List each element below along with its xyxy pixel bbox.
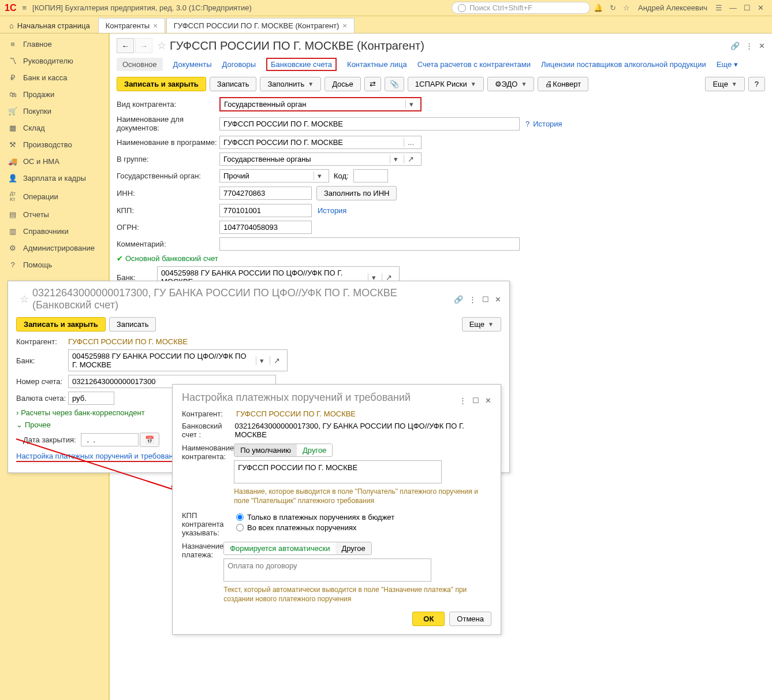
sidebar-item-assets[interactable]: 🚚ОС и НМА bbox=[0, 153, 109, 170]
sidebar-item-refs[interactable]: ▥Справочники bbox=[0, 223, 109, 240]
sidebar-item-bank[interactable]: ₽Банк и касса bbox=[0, 69, 109, 86]
currency-input[interactable] bbox=[68, 392, 114, 405]
kebab-icon[interactable]: ⋮ bbox=[469, 295, 476, 304]
chevron-down-icon[interactable]: ▾ bbox=[390, 155, 401, 163]
sidebar-item-help[interactable]: ?Помощь bbox=[0, 256, 109, 273]
save-close-button[interactable]: Записать и закрыть bbox=[117, 77, 206, 91]
sidebar-item-manager[interactable]: 〽Руководителю bbox=[0, 53, 109, 69]
gov-select[interactable]: Прочий▾ bbox=[219, 169, 329, 183]
sidebar-item-purchases[interactable]: 🛒Покупки bbox=[0, 103, 109, 120]
tab-home[interactable]: ⌂Начальная страница bbox=[2, 18, 97, 33]
favorite-star-icon[interactable]: ☆ bbox=[157, 39, 166, 52]
fill-inn-button[interactable]: Заполнить по ИНН bbox=[316, 186, 397, 200]
type-select[interactable]: Государственный орган▾ bbox=[219, 97, 422, 111]
cancel-button[interactable]: Отмена bbox=[449, 612, 491, 626]
sidebar-item-sales[interactable]: 🛍Продажи bbox=[0, 86, 109, 103]
envelope-button[interactable]: 🖨 Конверт bbox=[538, 77, 588, 91]
open-icon[interactable]: ↗ bbox=[270, 356, 284, 365]
sidebar-item-salary[interactable]: 👤Зарплата и кадры bbox=[0, 170, 109, 187]
sidebar-item-operations[interactable]: ДтКтОперации bbox=[0, 187, 109, 206]
save-close-button[interactable]: Записать и закрыть bbox=[16, 317, 106, 332]
sidebar-item-reports[interactable]: ▤Отчеты bbox=[0, 206, 109, 223]
history-icon[interactable]: ↻ bbox=[610, 3, 616, 12]
kpp-radio-all[interactable] bbox=[236, 524, 244, 531]
nav-documents[interactable]: Документы bbox=[173, 60, 212, 69]
chevron-down-icon[interactable]: ▾ bbox=[256, 356, 267, 365]
more-button[interactable]: Еще▼ bbox=[462, 317, 501, 332]
nav-main[interactable]: Основное bbox=[117, 58, 163, 71]
edo-button[interactable]: ⚙ ЭДО▼ bbox=[487, 77, 535, 91]
favorite-star-icon[interactable]: ☆ bbox=[20, 293, 29, 306]
forward-button[interactable]: → bbox=[135, 38, 152, 53]
progname-input[interactable]: ГУФССП РОССИИ ПО Г. МОСКВЕ... bbox=[219, 136, 422, 149]
sidebar-item-warehouse[interactable]: ▦Склад bbox=[0, 120, 109, 136]
sidebar-item-main[interactable]: ≡Главное bbox=[0, 36, 109, 53]
expand-icon[interactable]: ... bbox=[404, 138, 417, 147]
close-icon[interactable]: ✕ bbox=[495, 295, 501, 304]
user-name[interactable]: Андрей Алексеевич bbox=[638, 3, 707, 12]
purpose-other-option[interactable]: Другое bbox=[335, 542, 371, 554]
ogrn-input[interactable] bbox=[219, 221, 312, 234]
closedate-input[interactable] bbox=[81, 433, 139, 446]
code-input[interactable] bbox=[353, 169, 388, 183]
history-link[interactable]: История bbox=[533, 120, 562, 128]
calendar-button[interactable]: 📅 bbox=[140, 433, 159, 447]
nav-licenses[interactable]: Лицензии поставщиков алкогольной продукц… bbox=[541, 60, 706, 69]
sidebar-item-admin[interactable]: ⚙Администрирование bbox=[0, 240, 109, 256]
maximize-icon[interactable]: ☐ bbox=[482, 295, 489, 304]
link-icon[interactable]: 🔗 bbox=[730, 42, 740, 50]
inn-input[interactable] bbox=[219, 187, 312, 200]
attach-icon-button[interactable]: 📎 bbox=[385, 77, 404, 91]
maximize-icon[interactable]: ☐ bbox=[744, 3, 751, 12]
tab-contractors[interactable]: Контрагенты× bbox=[98, 18, 165, 33]
save-button[interactable]: Записать bbox=[109, 317, 156, 332]
bank-select[interactable]: 004525988 ГУ БАНКА РОССИИ ПО ЦФО//УФК ПО… bbox=[68, 349, 288, 371]
open-icon[interactable]: ↗ bbox=[404, 155, 417, 163]
nav-contacts[interactable]: Контактные лица bbox=[347, 60, 407, 69]
comment-input[interactable] bbox=[219, 237, 520, 251]
kpp-input[interactable] bbox=[219, 204, 312, 217]
help-icon[interactable]: ? bbox=[525, 120, 529, 128]
fill-button[interactable]: Заполнить▼ bbox=[260, 77, 321, 91]
docname-input[interactable] bbox=[219, 117, 520, 131]
bell-icon[interactable]: 🔔 bbox=[594, 3, 603, 12]
kpp-radio-budget[interactable] bbox=[236, 513, 244, 521]
purpose-auto-option[interactable]: Формируется автоматически bbox=[224, 542, 335, 554]
spark-button[interactable]: 1СПАРК Риски▼ bbox=[408, 77, 484, 91]
nav-more[interactable]: Еще ▾ bbox=[717, 60, 738, 69]
name-default-option[interactable]: По умолчанию bbox=[234, 444, 297, 456]
minimize-icon[interactable]: — bbox=[729, 3, 737, 12]
dossier-button[interactable]: Досье bbox=[325, 77, 361, 91]
tab-close-icon[interactable]: × bbox=[153, 21, 158, 30]
star-icon[interactable]: ☆ bbox=[623, 3, 630, 12]
payment-settings-link[interactable]: Настройка платежных поручений и требован… bbox=[16, 452, 181, 462]
nav-contracts[interactable]: Договоры bbox=[222, 60, 256, 69]
close-icon[interactable]: ✕ bbox=[758, 3, 764, 12]
name-textarea[interactable]: ГУФССП РОССИИ ПО Г. МОСКВЕ bbox=[234, 460, 442, 483]
kpp-history-link[interactable]: История bbox=[318, 206, 346, 215]
help-button[interactable]: ? bbox=[748, 77, 765, 91]
purpose-textarea[interactable] bbox=[223, 558, 431, 582]
sidebar-item-production[interactable]: ⚒Производство bbox=[0, 136, 109, 153]
name-other-option[interactable]: Другое bbox=[297, 444, 332, 456]
nav-bank-accounts[interactable]: Банковские счета bbox=[266, 58, 337, 71]
chevron-down-icon[interactable]: ▾ bbox=[314, 172, 325, 180]
tab-close-icon[interactable]: × bbox=[342, 21, 347, 30]
close-content-icon[interactable]: ✕ bbox=[759, 42, 765, 50]
hamburger-icon[interactable]: ≡ bbox=[22, 3, 27, 12]
save-button[interactable]: Записать bbox=[210, 77, 257, 91]
maximize-icon[interactable]: ☐ bbox=[472, 396, 479, 405]
kebab-icon[interactable]: ⋮ bbox=[745, 42, 753, 50]
global-search[interactable]: Поиск Ctrl+Shift+F bbox=[452, 2, 590, 14]
kebab-icon[interactable]: ⋮ bbox=[459, 396, 467, 405]
nav-accounts[interactable]: Счета расчетов с контрагентами bbox=[417, 60, 531, 69]
tab-gufssp[interactable]: ГУФССП РОССИИ ПО Г. МОСКВЕ (Контрагент)× bbox=[166, 18, 355, 33]
ok-button[interactable]: ОК bbox=[412, 612, 445, 626]
more-button[interactable]: Еще▼ bbox=[705, 77, 744, 91]
back-button[interactable]: ← bbox=[117, 38, 134, 53]
link-icon[interactable]: 🔗 bbox=[454, 295, 463, 304]
chevron-down-icon[interactable]: ▾ bbox=[405, 100, 417, 109]
menu-options-icon[interactable]: ☰ bbox=[715, 3, 722, 12]
check-icon-button[interactable]: ⇄ bbox=[364, 77, 381, 91]
group-select[interactable]: Государственные органы▾↗ bbox=[219, 152, 422, 166]
